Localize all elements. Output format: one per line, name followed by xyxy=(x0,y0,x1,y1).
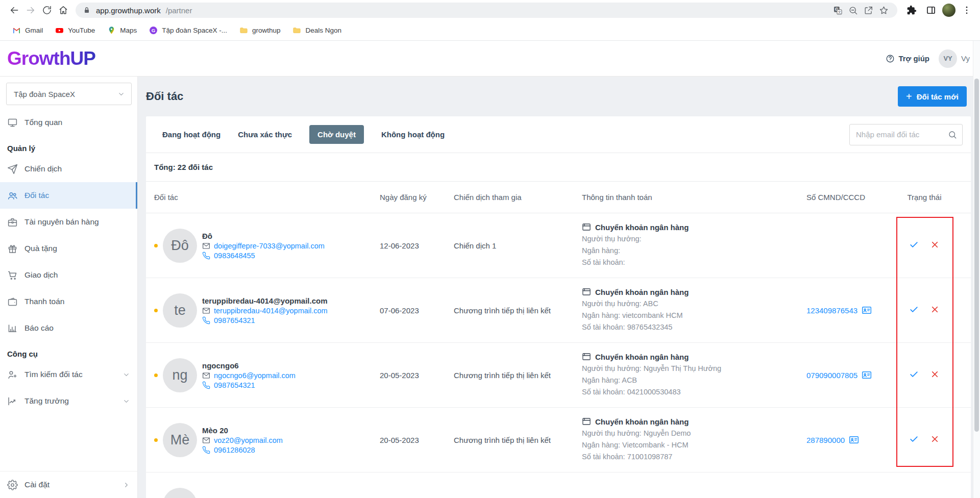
sidebar-item-7[interactable]: Thanh toán xyxy=(0,288,137,315)
partner-phone-link[interactable]: 0961286028 xyxy=(214,446,255,454)
users-icon xyxy=(7,190,18,201)
search-icon[interactable] xyxy=(948,130,957,139)
sidebar-item-label: Cài đặt xyxy=(24,480,50,489)
share-icon xyxy=(864,6,873,15)
new-partner-button[interactable]: + Đối tác mới xyxy=(898,86,967,107)
sidebar-item-settings[interactable]: Cài đặt xyxy=(0,471,137,498)
reject-button[interactable] xyxy=(930,240,940,250)
trend-icon xyxy=(7,396,18,407)
approve-button[interactable] xyxy=(909,434,919,444)
star-icon xyxy=(879,6,889,15)
page-scrollbar xyxy=(973,41,980,498)
bookmark-item[interactable]: YouTube xyxy=(50,23,100,37)
id-card-icon[interactable] xyxy=(849,435,859,445)
cart-icon xyxy=(7,270,18,281)
bookmark-item[interactable]: Gmail xyxy=(7,23,48,37)
campaign-name: Chương trình tiếp thị liên kết xyxy=(449,306,574,315)
partner-email-link[interactable]: ngocngo6@yopmail.com xyxy=(214,371,296,380)
growthup-logo[interactable]: GrowthUP xyxy=(7,48,95,69)
partner-email-link[interactable]: voz20@yopmail.com xyxy=(214,436,283,444)
home-button[interactable] xyxy=(55,2,71,18)
partner-avatar: ng xyxy=(163,358,197,392)
total-count: Tổng: 22 đối tác xyxy=(146,153,971,182)
sidebar-item-0[interactable]: Tổng quan xyxy=(0,109,137,136)
approve-button[interactable] xyxy=(909,369,919,379)
tab-3[interactable]: Không hoạt động xyxy=(381,125,445,144)
status-tabs: Đang hoạt độngChưa xác thựcChờ duyệtKhôn… xyxy=(146,116,971,153)
partner-search xyxy=(849,124,963,145)
plus-icon: + xyxy=(906,91,912,102)
browser-profile-avatar[interactable] xyxy=(942,4,955,17)
sidebar-item-8[interactable]: Báo cáo xyxy=(0,315,137,341)
partner-email-link[interactable]: doigegiffepre-7033@yopmail.com xyxy=(214,242,325,250)
sidebar-nav: Tổng quan Quản lý Chiến dịch Đối tác Tài… xyxy=(0,109,137,414)
id-card-icon[interactable] xyxy=(862,305,872,315)
sidebar-item-5[interactable]: Quà tặng xyxy=(0,235,137,262)
sidebar-item-6[interactable]: Giao dịch xyxy=(0,262,137,288)
sidebar-item-4[interactable]: Tài nguyên bán hàng xyxy=(0,209,137,235)
partner-row: Mèo 18 Chuyển khoản ngân hàng xyxy=(146,472,971,498)
id-number-link[interactable]: 079090007805 xyxy=(806,371,857,380)
check-icon xyxy=(909,305,919,314)
zoom-button[interactable] xyxy=(845,3,861,18)
organization-value: Tập đoàn SpaceX xyxy=(14,90,75,98)
bookmark-item[interactable]: Maps xyxy=(102,23,142,37)
sidebar-item-3[interactable]: Đối tác xyxy=(0,182,137,209)
partner-phone-link[interactable]: 0983648455 xyxy=(214,252,255,260)
youtube-icon xyxy=(55,26,64,35)
column-header: Số CMND/CCCD xyxy=(801,193,888,202)
translate-button[interactable]: G文 xyxy=(830,3,845,18)
search-input[interactable] xyxy=(856,130,948,139)
organization-selector[interactable]: Tập đoàn SpaceX xyxy=(6,83,132,105)
table-header: Đối tácNgày đăng kýChiến dịch tham giaTh… xyxy=(146,182,971,213)
browser-menu-button[interactable] xyxy=(959,2,975,18)
bookmark-item[interactable]: G Tập đoàn SpaceX -... xyxy=(144,23,232,37)
register-date: 20-05-2023 xyxy=(373,436,449,444)
reject-button[interactable] xyxy=(930,305,940,314)
bookmark-item[interactable]: Deals Ngon xyxy=(287,23,347,37)
sidebar-item-11[interactable]: Tăng trưởng xyxy=(0,388,137,414)
id-number-link[interactable]: 123409876543 xyxy=(806,306,857,315)
partners-card: Đang hoạt độngChưa xác thựcChờ duyệtKhôn… xyxy=(146,116,971,498)
pending-status-dot xyxy=(154,374,158,377)
x-icon xyxy=(930,434,940,444)
tab-2[interactable]: Chờ duyệt xyxy=(309,125,364,144)
sidebar-item-2[interactable]: Chiến dịch xyxy=(0,156,137,182)
x-icon xyxy=(930,305,940,314)
scrollbar-thumb[interactable] xyxy=(974,79,979,432)
share-button[interactable] xyxy=(861,3,876,18)
partner-email-link[interactable]: teruppibredau-4014@yopmail.com xyxy=(214,307,328,315)
reject-button[interactable] xyxy=(930,369,940,379)
bookmark-item[interactable]: growthup xyxy=(234,23,286,37)
main-content: Đối tác + Đối tác mới Đang hoạt độngChưa… xyxy=(138,77,973,498)
url-path: /partner xyxy=(166,6,192,15)
partner-phone-link[interactable]: 0987654321 xyxy=(214,316,255,325)
partner-name: Đô xyxy=(202,232,325,240)
side-panel-button[interactable] xyxy=(923,2,939,18)
puzzle-icon xyxy=(906,5,917,15)
partner-row: Đô Đô doigegiffepre-7033@yopmail.com 098… xyxy=(146,213,971,278)
url-host: app.growthup.work xyxy=(96,6,161,15)
extensions-button[interactable] xyxy=(903,2,920,18)
reload-button[interactable] xyxy=(39,2,55,18)
help-button[interactable]: Trợ giúp xyxy=(886,54,929,63)
address-bar[interactable]: app.growthup.work/partner G文 xyxy=(76,3,897,18)
bank: Ngân hàng: vietcombank HCM xyxy=(582,310,801,321)
beneficiary: Người thụ hưởng: Nguyễn Demo xyxy=(582,428,801,439)
sidebar-item-10[interactable]: Tìm kiếm đối tác xyxy=(0,361,137,388)
partner-phone-link[interactable]: 0987654321 xyxy=(214,381,255,389)
id-card-icon[interactable] xyxy=(862,370,872,380)
tab-1[interactable]: Chưa xác thực xyxy=(238,125,292,144)
bookmark-star-button[interactable] xyxy=(876,3,891,18)
chart-bar-icon xyxy=(7,323,18,334)
approve-button[interactable] xyxy=(909,240,919,250)
reject-button[interactable] xyxy=(930,434,940,444)
approve-button[interactable] xyxy=(909,305,919,314)
tab-0[interactable]: Đang hoạt động xyxy=(162,125,220,144)
user-plus-icon xyxy=(7,369,18,380)
id-number-link[interactable]: 287890000 xyxy=(806,436,845,444)
gmail-icon xyxy=(12,26,21,35)
user-menu[interactable]: VY Vy xyxy=(939,49,970,68)
forward-button[interactable] xyxy=(22,2,39,18)
back-button[interactable] xyxy=(6,2,22,18)
